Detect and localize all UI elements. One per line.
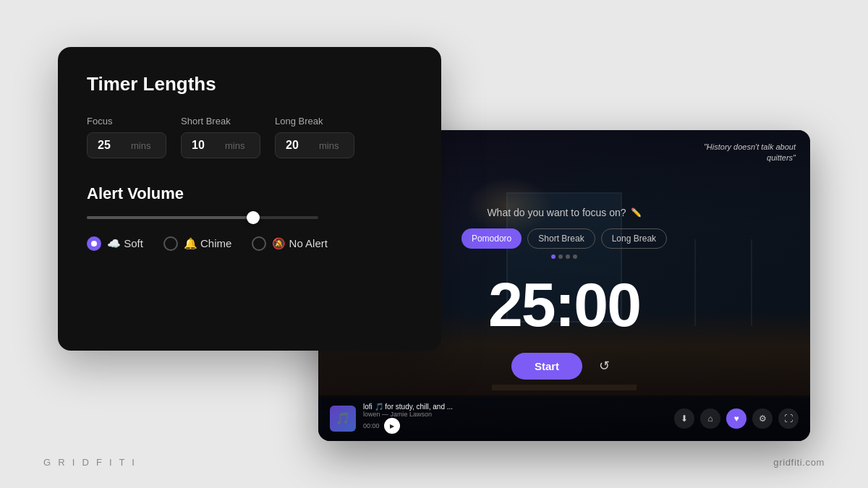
long-break-label: Long Break — [275, 116, 354, 127]
alert-section: Alert Volume ☁️ Soft 🔔 Chime — [87, 184, 412, 251]
settings-panel: Timer Lengths Focus 25 mins Short Break … — [58, 47, 441, 351]
fullscreen-icon-btn[interactable]: ⛶ — [778, 408, 799, 429]
tab-pomodoro[interactable]: Pomodoro — [461, 228, 522, 249]
footer-icons: ⬇ ⌂ ♥ ⚙ ⛶ — [674, 408, 799, 429]
tab-short-break[interactable]: Short Break — [527, 228, 595, 249]
tab-dot-3 — [566, 254, 570, 259]
settings-icon-btn[interactable]: ⚙ — [752, 408, 773, 429]
short-break-field: Short Break 10 mins — [181, 116, 260, 158]
music-artist: lowen — Jamie Lawson — [363, 411, 453, 418]
slider-thumb[interactable] — [247, 211, 260, 224]
focus-input-box[interactable]: 25 mins — [87, 132, 166, 158]
tab-dot-2 — [558, 254, 563, 259]
music-info: lofi 🎵 for study, chill, and ... lowen —… — [363, 403, 453, 434]
play-button[interactable] — [384, 418, 400, 434]
focus-unit: mins — [131, 140, 150, 151]
slider-track[interactable] — [87, 216, 318, 219]
long-break-input-box[interactable]: 20 mins — [275, 132, 354, 158]
long-break-unit: mins — [319, 140, 339, 151]
heart-icon-btn[interactable]: ♥ — [726, 408, 746, 429]
timer-inputs: Focus 25 mins Short Break 10 mins Long B… — [87, 116, 412, 158]
music-thumbnail: 🎵 — [330, 406, 356, 432]
focus-input[interactable]: 25 — [98, 139, 124, 152]
timer-mode-tabs: Pomodoro Short Break Long Break — [461, 228, 667, 249]
focus-question-text: What do you want to focus on? — [487, 207, 626, 218]
soft-radio[interactable] — [87, 236, 101, 251]
short-break-unit: mins — [225, 140, 244, 151]
alert-sound-options: ☁️ Soft 🔔 Chime 🔕 No Alert — [87, 236, 412, 251]
music-controls: 00:00 — [363, 418, 453, 434]
music-time: 00:00 — [363, 422, 380, 429]
soft-option[interactable]: ☁️ Soft — [87, 236, 143, 251]
start-button[interactable]: Start — [511, 353, 582, 380]
main-container: Timer Lengths Focus 25 mins Short Break … — [58, 47, 810, 441]
long-break-input[interactable]: 20 — [286, 139, 312, 152]
reset-button[interactable]: ↺ — [591, 353, 617, 379]
chime-option[interactable]: 🔔 Chime — [163, 236, 232, 251]
tab-long-break[interactable]: Long Break — [601, 228, 667, 249]
chime-label: 🔔 Chime — [184, 237, 232, 250]
flocus-footer: 🎵 lofi 🎵 for study, chill, and ... lowen… — [318, 395, 810, 441]
tab-dots — [551, 254, 577, 259]
long-break-field: Long Break 20 mins — [275, 116, 354, 158]
no-alert-label: 🔕 No Alert — [272, 237, 328, 250]
chime-radio[interactable] — [163, 236, 178, 251]
alert-title: Alert Volume — [87, 184, 412, 203]
short-break-input[interactable]: 10 — [192, 139, 218, 152]
brand-right: gridfiti.com — [773, 457, 825, 468]
soft-label: ☁️ Soft — [107, 237, 143, 250]
slider-fill — [87, 216, 253, 219]
volume-slider-container[interactable] — [87, 216, 412, 219]
music-player: 🎵 lofi 🎵 for study, chill, and ... lowen… — [330, 403, 453, 434]
edit-icon[interactable]: ✏️ — [631, 207, 642, 218]
focus-label: Focus — [87, 116, 166, 127]
focus-field: Focus 25 mins — [87, 116, 166, 158]
short-break-label: Short Break — [181, 116, 260, 127]
download-icon-btn[interactable]: ⬇ — [674, 408, 694, 429]
music-title: lofi 🎵 for study, chill, and ... — [363, 403, 453, 411]
home-icon-btn[interactable]: ⌂ — [700, 408, 720, 429]
short-break-input-box[interactable]: 10 mins — [181, 132, 260, 158]
no-alert-option[interactable]: 🔕 No Alert — [252, 236, 328, 251]
focus-question: What do you want to focus on? ✏️ — [487, 207, 641, 218]
tab-dot-1 — [551, 254, 556, 259]
timer-display: 25:00 — [488, 273, 640, 335]
no-alert-radio[interactable] — [252, 236, 266, 251]
timer-section: Focus 25 mins Short Break 10 mins Long B… — [87, 116, 412, 158]
tab-dot-4 — [573, 254, 577, 259]
timer-controls: Start ↺ — [511, 353, 617, 380]
brand-left: G R I D F I T I — [43, 457, 137, 468]
settings-title: Timer Lengths — [87, 73, 412, 95]
